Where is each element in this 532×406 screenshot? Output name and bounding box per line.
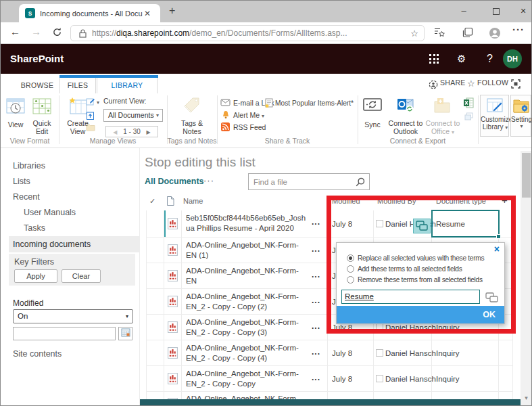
row-menu-icon[interactable]: ... [312,296,320,305]
collections-icon[interactable] [462,27,473,38]
row-menu-icon[interactable]: ... [312,244,320,254]
ok-button[interactable]: OK [337,306,504,323]
follow-button[interactable]: FOLLOW [477,78,508,87]
tab-library[interactable]: LIBRARY [97,78,158,94]
view-menu-icon[interactable]: ··· [203,175,214,185]
column-header-modified-by[interactable]: Modified By [377,197,416,205]
tab-files[interactable]: FILES [59,78,96,94]
browser-menu-icon[interactable]: ··· [512,24,525,35]
radio-add-icon[interactable] [347,265,354,273]
selected-cell-outline[interactable] [431,210,500,238]
tab-browse[interactable]: BROWSE [18,78,57,94]
sidebar-item-tasks[interactable]: Tasks [24,223,45,233]
vertical-scrollbar[interactable]: ▾ [521,151,532,406]
term-input[interactable]: Resume [341,290,480,304]
apply-button[interactable]: Apply [14,269,57,283]
modified-date-input[interactable] [13,327,116,340]
select-all-check-icon[interactable]: ✓ [149,197,155,206]
tab-close-icon[interactable]: ✕ [144,9,151,18]
row-name-cell[interactable]: 5eb15f05bcf8444b56eb65eb_Joshua Phillips… [182,210,328,237]
view-selector[interactable]: All Documents [145,177,204,186]
page-prev-icon[interactable]: ◀ [113,129,117,135]
tags-notes-label-1[interactable]: Tags & [167,119,217,127]
sidebar-item-incoming-documents[interactable]: Incoming documents [9,236,139,252]
sidebar-item-recent[interactable]: Recent [13,192,40,202]
modify-view-caret-icon[interactable]: ▾ [97,99,99,106]
cell-fill-handle[interactable] [496,234,501,239]
item-pagination[interactable]: ◀ 1 - 30 ▶ [105,126,158,137]
managed-metadata-tags-icon[interactable] [413,219,431,233]
view-button-label[interactable]: View [2,120,29,129]
library-settings-button[interactable]: Settings ▾ [510,95,531,137]
table-row[interactable]: ADA-Online_Angebot_NK-Form-EN_2 - Copy -… [146,340,513,366]
window-maximize-button[interactable] [485,1,508,22]
row-menu-icon[interactable]: ... [312,270,320,279]
view-icon[interactable] [5,97,26,116]
settings-gear-icon[interactable]: ⚙ [457,53,466,65]
forward-icon[interactable]: → [31,26,41,37]
column-header-name[interactable]: Name [183,197,203,205]
row-menu-icon[interactable]: ... [312,217,320,227]
refresh-icon[interactable] [52,27,62,37]
connect-outlook-label-2[interactable]: Outlook [387,127,424,135]
sync-icon[interactable] [363,98,382,114]
help-icon[interactable]: ? [487,53,493,65]
window-close-button[interactable]: × [512,1,532,22]
search-input[interactable] [253,175,352,188]
person-checkbox[interactable] [376,220,383,227]
excel-export-icon[interactable] [463,97,474,108]
option-remove[interactable]: Remove these terms from all selected fie… [343,275,483,284]
search-icon[interactable] [356,177,365,187]
column-header-modified[interactable]: Modified [332,197,360,205]
focus-mode-icon[interactable] [511,79,521,89]
person-checkbox[interactable] [376,375,383,382]
app-launcher-icon[interactable] [429,54,439,64]
sidebar-item-libraries[interactable]: Libraries [13,161,45,171]
address-bar[interactable]: https://diqa.sharepoint.com/demo_en/Docu… [70,25,425,41]
add-column-button[interactable]: + [502,194,508,206]
option-add[interactable]: Add these terms to all selected fields [343,265,462,273]
navigate-up-icon[interactable] [86,111,95,120]
clear-button[interactable]: Clear [62,269,101,283]
person-checkbox[interactable] [376,349,383,357]
user-avatar[interactable]: DH [503,49,522,68]
quick-edit-label-2[interactable]: Edit [29,127,55,135]
customize-library-button[interactable]: Customize Library ▾ [480,95,509,137]
outlook-icon[interactable] [397,97,414,114]
sidebar-item-user-manuals[interactable]: User Manuals [24,208,76,217]
scroll-down-icon[interactable]: ▾ [521,394,532,401]
share-button[interactable]: SHARE [440,78,466,87]
modified-operator-select[interactable]: On▾ [13,309,133,323]
sidebar-item-lists[interactable]: Lists [13,177,30,186]
new-tab-button[interactable]: + [169,5,175,17]
create-view-icon[interactable] [68,97,88,116]
quick-edit-icon[interactable] [32,97,52,116]
favorites-bar-icon[interactable] [434,27,445,38]
scrollbar-thumb[interactable] [522,153,531,198]
row-menu-icon[interactable]: ... [312,321,320,331]
current-view-dropdown[interactable]: All Documents ▾ [103,109,163,122]
stop-editing-link[interactable]: Stop editing this list [145,155,256,170]
alert-me-button[interactable]: Alert Me ▾ [233,111,264,119]
term-picker-icon[interactable] [485,292,500,304]
modify-view-icon[interactable] [86,97,95,106]
popular-items-button[interactable]: Most Popular Items-Alert* [275,99,354,107]
bookmark-star-icon[interactable]: ☆ [410,28,418,39]
option-replace[interactable]: Replace all selected values with these t… [343,254,484,263]
radio-remove-icon[interactable] [347,276,354,284]
browser-tab[interactable]: s Incoming documents - All Docu... ✕ [19,4,160,22]
window-minimize-button[interactable]: – [452,1,475,22]
back-icon[interactable]: ← [10,26,20,37]
connect-outlook-label-1[interactable]: Connect to [387,119,424,127]
column-header-doc-type[interactable]: Document type [436,197,486,205]
sync-label[interactable]: Sync [360,120,385,129]
callout-close-icon[interactable]: × [494,244,500,254]
sidebar-item-site-contents[interactable]: Site contents [13,349,62,359]
quick-edit-label-1[interactable]: Quick [29,119,55,127]
date-picker-button[interactable] [118,327,132,340]
radio-replace-icon[interactable] [347,254,354,262]
page-next-icon[interactable]: ▶ [147,129,151,135]
row-menu-icon[interactable]: ... [312,347,320,357]
table-row[interactable]: ADA-Online_Angebot_NK-Form-EN_2 - Copy -… [146,366,513,392]
tags-notes-label-2[interactable]: Notes [167,127,217,135]
